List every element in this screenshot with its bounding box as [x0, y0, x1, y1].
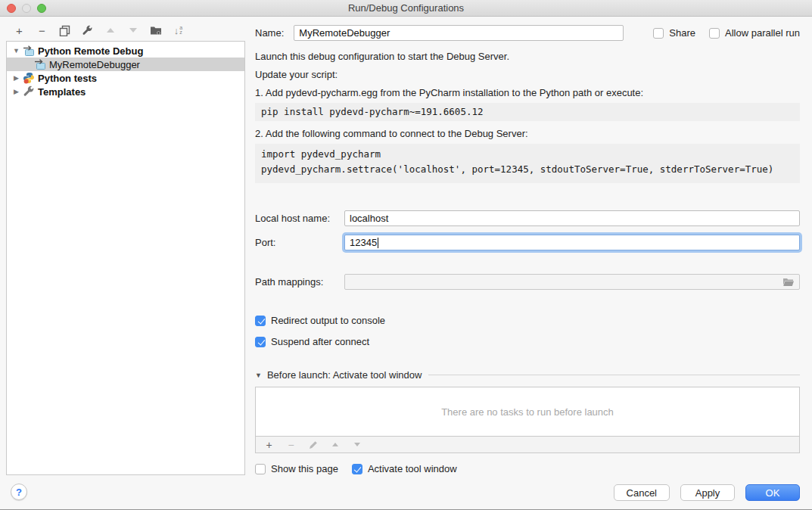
dialog-buttons: Cancel Apply OK: [614, 484, 800, 501]
settrace-code-block: import pydevd_pycharm pydevd_pycharm.set…: [255, 144, 800, 183]
name-input[interactable]: [294, 25, 624, 41]
remove-icon: −: [39, 25, 45, 36]
text-caret: [378, 238, 378, 248]
redirect-output-checkbox[interactable]: Redirect output to console: [255, 315, 800, 326]
edit-task-button[interactable]: [306, 438, 319, 451]
new-folder-button[interactable]: [149, 24, 162, 37]
port-label: Port:: [255, 237, 344, 248]
wrench-icon: [82, 25, 93, 36]
edit-templates-button[interactable]: [81, 24, 94, 37]
tree-item-python-tests[interactable]: ▶ Python tests: [7, 71, 244, 85]
remove-task-button[interactable]: −: [285, 438, 297, 451]
remove-configuration-button[interactable]: −: [36, 24, 48, 37]
move-up-button[interactable]: [104, 24, 117, 37]
move-down-icon: [354, 443, 360, 446]
name-label: Name:: [255, 27, 284, 39]
pip-command-code: pip install pydevd-pycharm~=191.6605.12: [255, 103, 800, 121]
tree-item-label: Python tests: [38, 73, 97, 84]
titlebar: Run/Debug Configurations: [0, 0, 812, 17]
tree-item-label: Templates: [38, 86, 86, 98]
local-host-input[interactable]: [344, 210, 800, 226]
show-this-page-checkbox[interactable]: Show this page: [255, 463, 338, 474]
share-checkbox[interactable]: Share: [653, 27, 695, 39]
configurations-tree: ▼ Python Remote Debug MyRemoteDebugger ▶: [6, 41, 245, 475]
port-input[interactable]: 12345: [344, 235, 800, 250]
activate-tool-window-label: Activate tool window: [368, 463, 457, 474]
close-icon[interactable]: [7, 4, 16, 13]
zoom-icon[interactable]: [37, 4, 46, 13]
add-configuration-button[interactable]: +: [13, 24, 26, 37]
edit-pencil-icon: [308, 440, 319, 450]
tree-toolbar: + − ↓ az: [13, 22, 185, 39]
add-icon: +: [16, 25, 23, 36]
sort-az-icon: ↓ az: [174, 26, 182, 36]
description-text: Launch this debug configuration to start…: [255, 51, 800, 62]
move-task-down-button[interactable]: [350, 438, 363, 451]
before-launch-task-list[interactable]: There are no tasks to run before launch: [255, 387, 800, 437]
share-checkbox-box[interactable]: [653, 28, 664, 39]
path-mappings-input: [344, 274, 800, 290]
suspend-after-connect-checkbox[interactable]: Suspend after connect: [255, 336, 800, 347]
suspend-after-connect-checkbox-box[interactable]: [255, 337, 266, 347]
redirect-output-checkbox-box[interactable]: [255, 316, 266, 326]
allow-parallel-run-checkbox[interactable]: Allow parallel run: [709, 27, 800, 39]
allow-parallel-run-checkbox-box[interactable]: [709, 28, 720, 39]
bottom-options-row: Show this page Activate tool window: [255, 463, 800, 474]
tree-item-label: Python Remote Debug: [38, 45, 143, 57]
python-icon: [23, 72, 35, 84]
before-launch-title: Before launch: Activate tool window: [267, 369, 422, 381]
name-row: Name: Share Allow parallel run: [255, 25, 800, 41]
new-folder-icon: [150, 24, 162, 36]
ok-button[interactable]: OK: [745, 484, 800, 501]
folder-icon: [782, 277, 795, 288]
configuration-form: Name: Share Allow parallel run Launch th…: [255, 23, 800, 474]
path-mappings-row: Path mappings:: [255, 274, 800, 290]
minimize-icon: [22, 4, 31, 13]
cancel-button[interactable]: Cancel: [614, 484, 670, 501]
apply-button[interactable]: Apply: [680, 484, 735, 501]
activate-tool-window-checkbox-box[interactable]: [352, 464, 362, 474]
step1-text: 1. Add pydevd-pycharm.egg from the PyCha…: [255, 87, 800, 98]
chevron-down-icon[interactable]: ▼: [12, 47, 20, 54]
allow-parallel-run-label: Allow parallel run: [725, 27, 800, 39]
show-this-page-checkbox-box[interactable]: [255, 464, 266, 474]
help-icon: ?: [16, 487, 22, 498]
divider: [428, 375, 800, 375]
tree-item-myremotedebugger[interactable]: MyRemoteDebugger: [7, 58, 244, 71]
move-down-button[interactable]: [126, 24, 139, 37]
share-label: Share: [669, 27, 695, 39]
traffic-lights: [7, 0, 46, 17]
path-mappings-label: Path mappings:: [255, 276, 344, 288]
redirect-output-label: Redirect output to console: [271, 315, 385, 326]
code-line-2: pydevd_pycharm.settrace('localhost', por…: [261, 163, 773, 175]
remote-debug-icon: [23, 45, 35, 57]
tasks-toolbar: + −: [255, 437, 800, 453]
port-value: 12345: [350, 237, 377, 248]
activate-tool-window-checkbox[interactable]: Activate tool window: [352, 463, 457, 474]
tree-item-python-remote-debug[interactable]: ▼ Python Remote Debug: [7, 44, 244, 58]
chevron-down-icon[interactable]: ▼: [255, 372, 262, 379]
add-task-button[interactable]: +: [263, 438, 275, 451]
local-host-row: Local host name:: [255, 210, 800, 226]
remove-icon: −: [288, 440, 294, 450]
update-script-text: Update your script:: [255, 69, 800, 80]
suspend-after-connect-label: Suspend after connect: [271, 336, 369, 347]
sort-configurations-button[interactable]: ↓ az: [172, 24, 185, 37]
copy-configuration-button[interactable]: [58, 24, 71, 37]
chevron-right-icon[interactable]: ▶: [12, 74, 20, 82]
tasks-empty-text: There are no tasks to run before launch: [441, 406, 614, 418]
move-up-icon: [332, 443, 338, 446]
move-up-icon: [107, 28, 114, 33]
tree-item-label: MyRemoteDebugger: [49, 59, 140, 70]
chevron-right-icon[interactable]: ▶: [12, 88, 20, 95]
copy-icon: [59, 25, 70, 36]
move-task-up-button[interactable]: [328, 438, 341, 451]
tree-item-templates[interactable]: ▶ Templates: [7, 85, 244, 98]
help-button[interactable]: ?: [11, 484, 27, 500]
before-launch-header[interactable]: ▼ Before launch: Activate tool window: [255, 369, 800, 381]
add-icon: +: [266, 440, 272, 450]
step2-text: 2. Add the following command to connect …: [255, 128, 800, 139]
move-down-icon: [129, 28, 137, 33]
code-line-1: import pydevd_pycharm: [261, 148, 381, 160]
show-this-page-label: Show this page: [271, 463, 338, 474]
